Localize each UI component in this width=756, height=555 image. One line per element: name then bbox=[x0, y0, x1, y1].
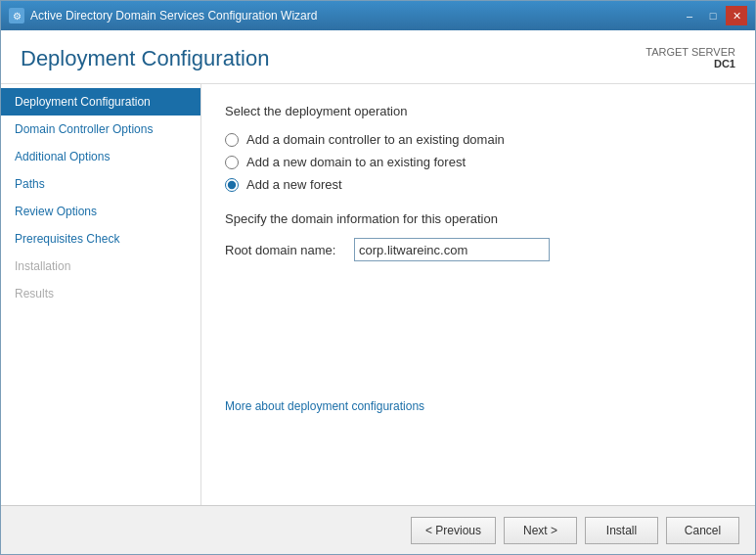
main-content: Deployment Configuration Domain Controll… bbox=[1, 84, 755, 505]
radio-add-domain[interactable]: Add a new domain to an existing forest bbox=[225, 155, 732, 169]
cancel-button[interactable]: Cancel bbox=[666, 517, 739, 544]
link-section: More about deployment configurations bbox=[225, 379, 732, 413]
app-icon: ⚙ bbox=[9, 8, 24, 23]
install-button[interactable]: Install bbox=[585, 517, 658, 544]
target-server-name: DC1 bbox=[645, 58, 735, 69]
domain-field: Root domain name: bbox=[225, 238, 732, 261]
help-link[interactable]: More about deployment configurations bbox=[225, 399, 424, 413]
footer: < Previous Next > Install Cancel bbox=[1, 505, 755, 554]
title-bar: ⚙ Active Directory Domain Services Confi… bbox=[1, 1, 755, 30]
window-title: Active Directory Domain Services Configu… bbox=[30, 9, 317, 23]
close-button[interactable]: ✕ bbox=[726, 6, 747, 25]
next-button[interactable]: Next > bbox=[504, 517, 577, 544]
sidebar-item-installation: Installation bbox=[1, 253, 200, 280]
radio-add-domain-input[interactable] bbox=[225, 156, 239, 169]
minimize-button[interactable]: – bbox=[679, 6, 700, 25]
header-section: Deployment Configuration TARGET SERVER D… bbox=[1, 30, 755, 84]
sidebar-item-additional-options[interactable]: Additional Options bbox=[1, 143, 200, 170]
radio-add-controller-input[interactable] bbox=[225, 133, 239, 147]
sidebar-item-deployment-configuration[interactable]: Deployment Configuration bbox=[1, 88, 200, 116]
radio-add-forest[interactable]: Add a new forest bbox=[225, 177, 732, 192]
domain-label: Root domain name: bbox=[225, 243, 342, 257]
radio-add-controller[interactable]: Add a domain controller to an existing d… bbox=[225, 132, 732, 147]
sidebar-item-results: Results bbox=[1, 280, 200, 307]
sidebar-item-paths[interactable]: Paths bbox=[1, 170, 200, 198]
sidebar: Deployment Configuration Domain Controll… bbox=[1, 84, 201, 505]
sidebar-item-prerequisites-check[interactable]: Prerequisites Check bbox=[1, 225, 200, 253]
deployment-section-title: Select the deployment operation bbox=[225, 104, 732, 118]
target-server-label: TARGET SERVER bbox=[645, 46, 735, 58]
right-panel: Select the deployment operation Add a do… bbox=[201, 84, 755, 505]
radio-add-forest-input[interactable] bbox=[225, 178, 239, 192]
window-controls: – □ ✕ bbox=[679, 6, 747, 25]
previous-button[interactable]: < Previous bbox=[411, 517, 496, 544]
maximize-button[interactable]: □ bbox=[702, 6, 724, 25]
root-domain-input[interactable] bbox=[354, 238, 550, 261]
domain-section-title: Specify the domain information for this … bbox=[225, 211, 732, 226]
radio-group: Add a domain controller to an existing d… bbox=[225, 132, 732, 192]
title-bar-left: ⚙ Active Directory Domain Services Confi… bbox=[9, 8, 317, 23]
content-area: Deployment Configuration TARGET SERVER D… bbox=[1, 30, 755, 505]
sidebar-item-review-options[interactable]: Review Options bbox=[1, 198, 200, 225]
sidebar-item-domain-controller-options[interactable]: Domain Controller Options bbox=[1, 116, 200, 143]
domain-section: Specify the domain information for this … bbox=[225, 211, 732, 261]
application-window: ⚙ Active Directory Domain Services Confi… bbox=[0, 0, 756, 555]
page-title: Deployment Configuration bbox=[21, 46, 269, 71]
target-server-info: TARGET SERVER DC1 bbox=[645, 46, 735, 69]
